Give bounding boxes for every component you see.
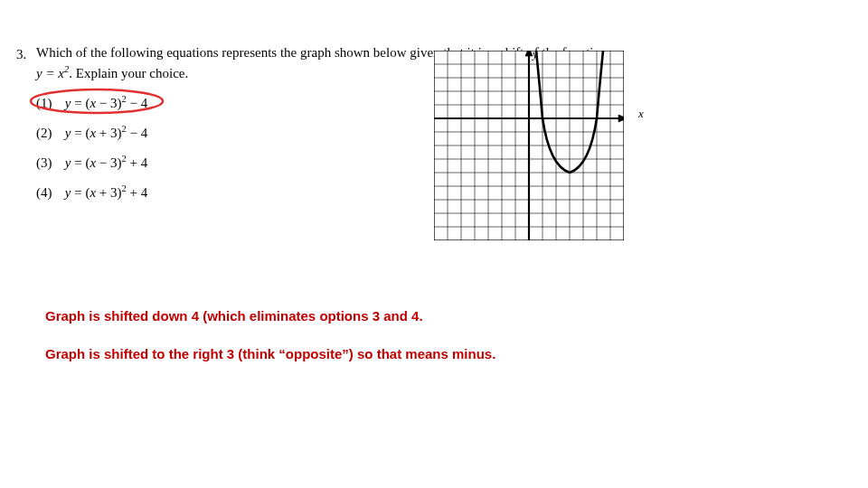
question-tail: . Explain your choice. (69, 66, 188, 80)
explanation: Graph is shifted down 4 (which eliminate… (45, 307, 495, 382)
option-label: (4) (36, 185, 61, 201)
graph (434, 51, 624, 240)
option-formula: y = (x − 3)2 − 4 (65, 96, 148, 110)
explanation-line-2: Graph is shifted to the right 3 (think “… (45, 345, 495, 363)
y-axis-label: y (533, 47, 538, 61)
option-formula: y = (x − 3)2 + 4 (65, 155, 148, 170)
x-axis-label: x (638, 107, 644, 121)
explanation-line-1: Graph is shifted down 4 (which eliminate… (45, 307, 495, 325)
option-formula: y = (x + 3)2 − 4 (65, 126, 148, 140)
problem-number: 3. (16, 47, 26, 62)
option-label: (3) (36, 155, 61, 171)
option-label: (1) (36, 96, 61, 111)
option-label: (2) (36, 126, 61, 141)
base-equation: y = x2 (36, 66, 69, 80)
option-formula: y = (x + 3)2 + 4 (65, 185, 148, 200)
